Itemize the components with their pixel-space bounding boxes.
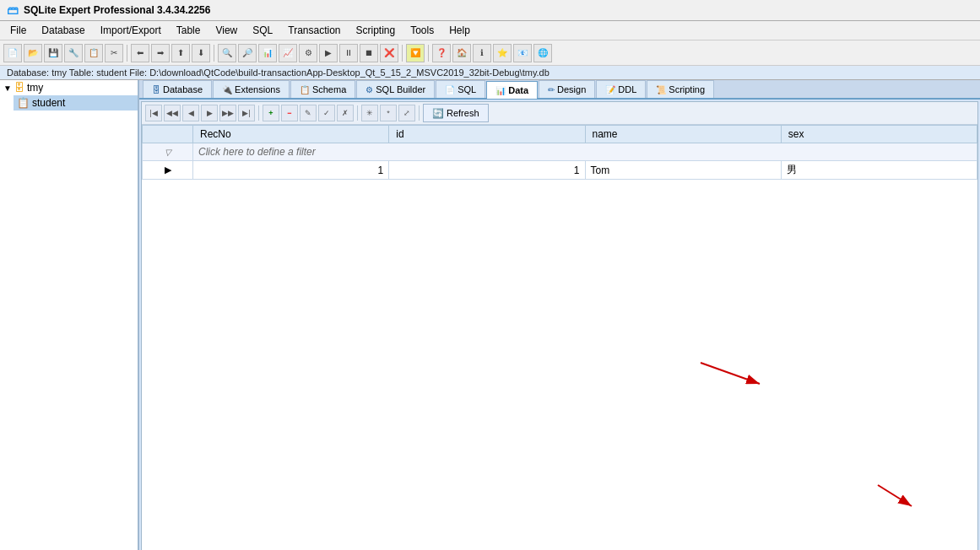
tab-scripting[interactable]: 📜 Scripting bbox=[647, 80, 714, 98]
toolbar-btn-13[interactable]: 📊 bbox=[258, 44, 277, 62]
tab-sql-icon: 📄 bbox=[445, 85, 455, 94]
toolbar-btn-new[interactable]: 📄 bbox=[3, 44, 22, 62]
toolbar-btn-17[interactable]: ⏸ bbox=[339, 44, 358, 62]
nav-next-btn[interactable]: ▶ bbox=[201, 105, 218, 121]
toolbar-btn-star[interactable]: ⭐ bbox=[493, 44, 512, 62]
menu-help[interactable]: Help bbox=[442, 23, 477, 38]
nav-first-btn[interactable]: |◀ bbox=[145, 105, 162, 121]
toolbar-btn-16[interactable]: ▶ bbox=[319, 44, 338, 62]
toolbar-btn-15[interactable]: ⚙ bbox=[299, 44, 317, 62]
cell-recno-1[interactable]: 1 bbox=[193, 161, 389, 180]
toolbar-btn-save[interactable]: 💾 bbox=[44, 44, 62, 62]
toolbar-btn-4[interactable]: 🔧 bbox=[64, 44, 83, 62]
main-toolbar: 📄 📂 💾 🔧 📋 ✂ ⬅ ➡ ⬆ ⬇ 🔍 🔎 📊 📈 ⚙ ▶ ⏸ ⏹ ❌ 🔽 … bbox=[0, 40, 980, 66]
nav-expand-btn[interactable]: ⤢ bbox=[398, 105, 415, 121]
tree-expand-btn[interactable]: ▼ 🗄 tmy bbox=[0, 80, 138, 95]
cell-sex-1[interactable]: 男 bbox=[781, 161, 977, 180]
toolbar-btn-help[interactable]: ❓ bbox=[432, 44, 451, 62]
nav-remove-btn[interactable]: − bbox=[281, 105, 298, 121]
filter-row: ▽ Click here to define a filter bbox=[143, 143, 977, 161]
menu-tools[interactable]: Tools bbox=[403, 23, 441, 38]
tab-sqlbuilder-icon: ⚙ bbox=[365, 85, 373, 94]
toolbar-btn-5[interactable]: 📋 bbox=[84, 44, 103, 62]
row-current-indicator: ▶ bbox=[143, 161, 193, 180]
toolbar-btn-10[interactable]: ⬇ bbox=[192, 44, 210, 62]
nav-asterisk-btn[interactable]: * bbox=[380, 105, 397, 121]
tab-data-icon: 📊 bbox=[495, 86, 506, 95]
nav-add-btn[interactable]: + bbox=[263, 105, 279, 121]
tree-table-item[interactable]: 📋 student bbox=[14, 95, 138, 111]
toolbar-btn-home[interactable]: 🏠 bbox=[452, 44, 471, 62]
col-recno[interactable]: RecNo bbox=[193, 126, 389, 143]
col-sex[interactable]: sex bbox=[781, 126, 977, 143]
menu-view[interactable]: View bbox=[208, 23, 244, 38]
tab-extensions[interactable]: 🔌 Extensions bbox=[213, 80, 290, 98]
status-bar: Database: tmy Table: student File: D:\do… bbox=[0, 66, 980, 80]
toolbar-btn-12[interactable]: 🔎 bbox=[238, 44, 257, 62]
toolbar-btn-globe[interactable]: 🌐 bbox=[533, 44, 552, 62]
toolbar-btn-open[interactable]: 📂 bbox=[24, 44, 42, 62]
toolbar-btn-14[interactable]: 📈 bbox=[279, 44, 297, 62]
menu-transaction[interactable]: Transaction bbox=[281, 23, 347, 38]
nav-next10-btn[interactable]: ▶▶ bbox=[219, 105, 236, 121]
col-id[interactable]: id bbox=[389, 126, 585, 143]
db-icon: 🗄 bbox=[14, 82, 24, 94]
toolbar-btn-mail[interactable]: 📧 bbox=[513, 44, 532, 62]
tab-ddl-icon: 📝 bbox=[605, 85, 615, 94]
data-table-container: RecNo id name sex ▽ Click here to define… bbox=[142, 125, 977, 550]
toolbar-sep-4 bbox=[428, 45, 429, 62]
app-icon: 🗃 bbox=[7, 3, 19, 17]
toolbar-btn-8[interactable]: ➡ bbox=[151, 44, 170, 62]
toolbar-btn-info[interactable]: ℹ bbox=[473, 44, 491, 62]
tab-schema[interactable]: 📋 Schema bbox=[290, 80, 355, 98]
tab-extensions-icon: 🔌 bbox=[222, 85, 232, 94]
tab-ddl[interactable]: 📝 DDL bbox=[596, 80, 646, 98]
menu-database[interactable]: Database bbox=[35, 23, 91, 38]
toolbar-sep-1 bbox=[127, 45, 127, 62]
nav-sep-2 bbox=[357, 105, 358, 121]
tab-sql[interactable]: 📄 SQL bbox=[436, 80, 485, 98]
menu-importexport[interactable]: Import/Export bbox=[94, 23, 168, 38]
toolbar-btn-9[interactable]: ⬆ bbox=[171, 44, 190, 62]
nav-prev-btn[interactable]: ◀ bbox=[182, 105, 199, 121]
toolbar-btn-19[interactable]: ❌ bbox=[380, 44, 398, 62]
menu-sql[interactable]: SQL bbox=[246, 23, 279, 38]
nav-sep-1 bbox=[258, 105, 259, 121]
refresh-label: Refresh bbox=[447, 108, 479, 118]
toolbar-sep-3 bbox=[402, 45, 403, 62]
toolbar-btn-11[interactable]: 🔍 bbox=[218, 44, 236, 62]
nav-last-btn[interactable]: ▶| bbox=[238, 105, 255, 121]
tab-database[interactable]: 🗄 Database bbox=[143, 80, 212, 98]
tab-data[interactable]: 📊 Data bbox=[486, 81, 538, 99]
nav-prev10-btn[interactable]: ◀◀ bbox=[164, 105, 181, 121]
cell-id-1[interactable]: 1 bbox=[389, 161, 585, 180]
sidebar: ▼ 🗄 tmy 📋 student bbox=[0, 80, 139, 550]
nav-star-btn[interactable]: ✳ bbox=[361, 105, 378, 121]
toolbar-btn-7[interactable]: ⬅ bbox=[131, 44, 149, 62]
menu-scripting[interactable]: Scripting bbox=[349, 23, 403, 38]
filter-text[interactable]: Click here to define a filter bbox=[193, 143, 977, 161]
tab-sqlbuilder[interactable]: ⚙ SQL Builder bbox=[356, 80, 435, 98]
nav-check-btn[interactable]: ✓ bbox=[318, 105, 335, 121]
toolbar-btn-6[interactable]: ✂ bbox=[105, 44, 123, 62]
menu-bar: File Database Import/Export Table View S… bbox=[0, 21, 980, 40]
cell-name-1[interactable]: Tom bbox=[585, 161, 781, 180]
nav-edit-btn[interactable]: ✎ bbox=[300, 105, 317, 121]
nav-sep-3 bbox=[419, 105, 420, 121]
filter-indicator: ▽ bbox=[143, 143, 193, 161]
db-name[interactable]: tmy bbox=[27, 82, 43, 94]
refresh-button[interactable]: 🔄 Refresh bbox=[423, 104, 489, 122]
table-header-row: RecNo id name sex bbox=[143, 126, 977, 143]
table-row: ▶ 1 1 Tom 男 bbox=[143, 161, 977, 180]
col-name[interactable]: name bbox=[585, 126, 781, 143]
status-text: Database: tmy Table: student File: D:\do… bbox=[7, 67, 550, 78]
toolbar-btn-18[interactable]: ⏹ bbox=[360, 44, 378, 62]
menu-file[interactable]: File bbox=[3, 23, 33, 38]
table-name[interactable]: student bbox=[32, 97, 65, 109]
tab-design[interactable]: ✏ Design bbox=[539, 80, 595, 98]
menu-table[interactable]: Table bbox=[170, 23, 208, 38]
nav-cancel-btn[interactable]: ✗ bbox=[337, 105, 354, 121]
title-bar: 🗃 SQLite Expert Professional 3.4.34.2256 bbox=[0, 0, 980, 21]
toolbar-btn-filter[interactable]: 🔽 bbox=[406, 44, 425, 62]
table-icon: 📋 bbox=[17, 97, 30, 109]
